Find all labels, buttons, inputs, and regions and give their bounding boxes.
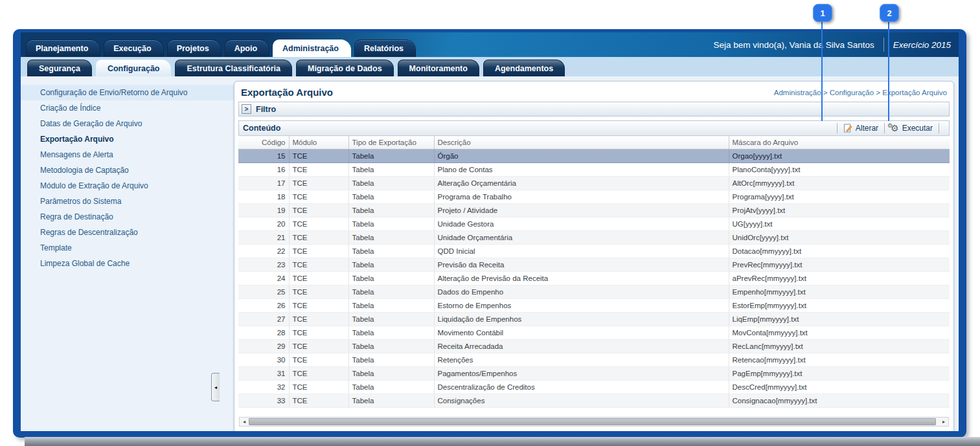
sub-nav-tab[interactable]: Monitoramento	[398, 60, 479, 76]
column-header-codigo[interactable]: Código	[238, 136, 289, 150]
collapse-left-icon: ◂	[214, 385, 217, 390]
sub-nav-tabs: Segurança Configuração Estrutura Classif…	[21, 57, 959, 76]
cell-modulo: TCE	[289, 326, 348, 340]
cell-mascara: LiqEmp[mmyyyy].txt	[729, 313, 950, 326]
cell-codigo: 22	[238, 245, 289, 258]
cell-tipo: Tabela	[348, 353, 434, 367]
sidebar-item[interactable]: Criação de Índice	[21, 100, 234, 116]
cell-modulo: TCE	[289, 190, 348, 204]
banner-right: Seja bem vindo(a), Vania da Silva Santos…	[714, 32, 959, 57]
main-nav-tabs: Planejamento Execução Projetos Apoio Adm…	[21, 39, 419, 57]
table-gap	[238, 408, 950, 417]
column-header-tipo[interactable]: Tipo de Exportação	[348, 136, 434, 150]
scroll-left-icon[interactable]: ◂	[240, 419, 249, 425]
top-nav-tab[interactable]: Execução	[104, 39, 163, 57]
sub-nav-tab[interactable]: Configuração	[96, 60, 172, 76]
filter-expand-icon[interactable]: >	[242, 104, 251, 114]
sub-nav-tab[interactable]: Agendamentos	[483, 60, 565, 76]
alterar-button[interactable]: Alterar	[843, 124, 878, 133]
table-row[interactable]: 33 TCE Tabela Consignações Consignacao[m…	[238, 394, 950, 408]
cell-tipo: Tabela	[348, 394, 434, 408]
table-row[interactable]: 22 TCE Tabela QDD Inicial Dotacao[mmyyyy…	[238, 245, 950, 258]
table-row[interactable]: 31 TCE Tabela Pagamentos/Empenhos PagEmp…	[238, 367, 950, 381]
sidebar-item[interactable]: Módulo de Extração de Arquivo	[21, 178, 234, 194]
cell-tipo: Tabela	[348, 299, 434, 313]
page-title: Exportação Arquivo	[241, 87, 333, 98]
cell-modulo: TCE	[289, 245, 348, 258]
table-row[interactable]: 25 TCE Tabela Dados do Empenho Empenho[m…	[238, 285, 950, 299]
cell-tipo: Tabela	[348, 217, 434, 231]
sidebar-item[interactable]: Exportação Arquivo	[21, 131, 234, 147]
sidebar-item[interactable]: Mensagens de Alerta	[21, 147, 234, 162]
table-row[interactable]: 20 TCE Tabela Unidade Gestora UG[yyyy].t…	[238, 217, 950, 231]
cell-descricao: Unidade Orçamentária	[434, 231, 729, 245]
annotation-line-1	[821, 22, 823, 121]
table-row[interactable]: 18 TCE Tabela Programa de Trabalho Progr…	[238, 190, 950, 204]
table-row[interactable]: 19 TCE Tabela Projeto / Atividade ProjAt…	[238, 204, 950, 217]
horizontal-scrollbar[interactable]: ◂ ▸	[239, 417, 949, 427]
top-nav-tab[interactable]: Planejamento	[26, 39, 100, 57]
cell-modulo: TCE	[289, 381, 348, 394]
sidebar-collapse-handle[interactable]: ◂	[211, 373, 220, 401]
sidebar-item-label: Regras de Descentralização	[40, 228, 138, 237]
cell-modulo: TCE	[289, 394, 348, 408]
cell-modulo: TCE	[289, 258, 348, 272]
top-nav-tab[interactable]: Projetos	[167, 39, 222, 57]
sidebar-item[interactable]: Datas de Geração de Arquivo	[21, 116, 234, 131]
sidebar-item-label: Configuração de Envio/Retorno de Arquivo	[40, 88, 187, 97]
sub-nav-tab[interactable]: Estrutura Classificatória	[175, 60, 292, 76]
executar-button[interactable]: ⚙⚙ Executar	[891, 124, 933, 133]
table-row[interactable]: 17 TCE Tabela Alteração Orçamentária Alt…	[238, 177, 950, 190]
sidebar-item[interactable]: Limpeza Global de Cache	[21, 256, 234, 271]
cell-codigo: 25	[238, 285, 289, 299]
cell-modulo: TCE	[289, 299, 348, 313]
table-row[interactable]: 24 TCE Tabela Alteração de Previsão da R…	[238, 272, 950, 285]
cell-modulo: TCE	[289, 340, 348, 353]
column-header-mascara[interactable]: Máscara do Arquivo	[729, 136, 950, 150]
table-row[interactable]: 29 TCE Tabela Receita Arrecadada RecLanc…	[238, 340, 950, 353]
main-panel: Exportação Arquivo Administração > Confi…	[234, 81, 954, 434]
table-row[interactable]: 21 TCE Tabela Unidade Orçamentária UnidO…	[238, 231, 950, 245]
table-row[interactable]: 23 TCE Tabela Previsão da Receita PrevRe…	[238, 258, 950, 272]
table-row[interactable]: 28 TCE Tabela Movimento Contábil MovCont…	[238, 326, 950, 340]
scroll-right-icon[interactable]: ▸	[939, 419, 948, 425]
cell-codigo: 32	[238, 381, 289, 394]
sidebar-item[interactable]: Regras de Descentralização	[21, 225, 234, 240]
annotation-badge-2: 2	[880, 4, 899, 22]
sidebar-item[interactable]: Regra de Destinação	[21, 209, 234, 225]
cell-tipo: Tabela	[348, 285, 434, 299]
table-row[interactable]: 16 TCE Tabela Plano de Contas PlanoConta…	[238, 163, 950, 177]
cell-mascara: ProjAtv[yyyy].txt	[729, 204, 950, 217]
table-row[interactable]: 30 TCE Tabela Retenções Retencao[mmyyyy]…	[238, 353, 950, 367]
column-header-descricao[interactable]: Descrição	[434, 136, 729, 150]
cell-codigo: 27	[238, 313, 289, 326]
sidebar-item[interactable]: Configuração de Envio/Retorno de Arquivo	[21, 85, 234, 100]
scrollbar-thumb[interactable]	[249, 418, 936, 425]
sidebar-item[interactable]: Parâmetros do Sistema	[21, 194, 234, 209]
table-row[interactable]: 26 TCE Tabela Estorno de Empenhos EstorE…	[238, 299, 950, 313]
sub-nav-tab[interactable]: Segurança	[27, 60, 92, 76]
sidebar-item[interactable]: Template	[21, 240, 234, 256]
cell-mascara: EstorEmp[mmyyyy].txt	[729, 299, 950, 313]
cell-descricao: Alteração de Previsão da Receita	[434, 272, 729, 285]
sidebar-item-label: Módulo de Extração de Arquivo	[40, 181, 148, 190]
top-nav-tab[interactable]: Relatórios	[354, 39, 416, 57]
table-row[interactable]: 15 TCE Tabela Órgão Orgao[yyyy].txt	[238, 150, 950, 163]
table-row[interactable]: 32 TCE Tabela Descentralização de Credit…	[238, 381, 950, 394]
cell-codigo: 30	[238, 353, 289, 367]
top-nav-tab[interactable]: Apoio	[225, 39, 269, 57]
cell-modulo: TCE	[289, 231, 348, 245]
sidebar-item[interactable]: Metodologia de Captação	[21, 162, 234, 178]
top-nav-tab[interactable]: Administração	[273, 39, 351, 57]
cell-tipo: Tabela	[348, 340, 434, 353]
cell-codigo: 33	[238, 394, 289, 408]
toolbar-actions: Alterar ⚙⚙ Executar	[831, 121, 945, 135]
toolbar-separator	[884, 123, 885, 133]
breadcrumb: Administração > Configuração > Exportaçã…	[774, 89, 947, 96]
sidebar-item-label: Template	[40, 243, 72, 252]
sub-nav-tab[interactable]: Migração de Dados	[296, 60, 394, 76]
column-header-modulo[interactable]: Módulo	[289, 136, 348, 150]
gears-icon: ⚙⚙	[891, 124, 899, 133]
cell-mascara: PrevRec[mmyyyy].txt	[729, 258, 950, 272]
table-row[interactable]: 27 TCE Tabela Liquidação de Empenhos Liq…	[238, 313, 950, 326]
